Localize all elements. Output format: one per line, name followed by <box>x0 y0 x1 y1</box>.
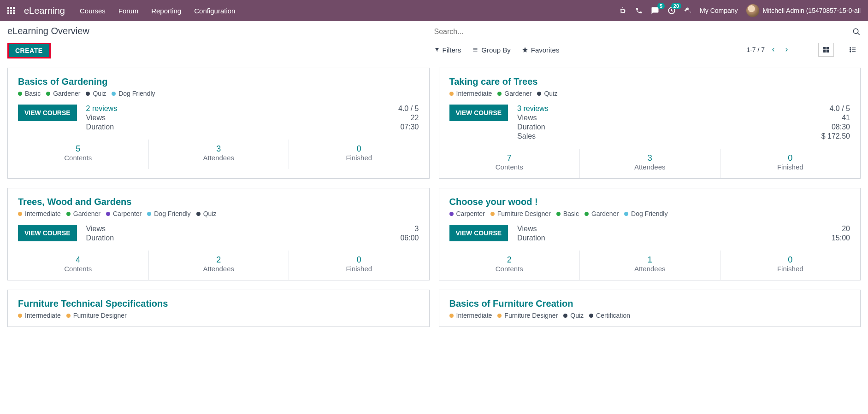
svg-rect-6 <box>827 50 829 52</box>
course-title[interactable]: Choose your wood ! <box>449 197 850 207</box>
search-icon[interactable] <box>852 28 861 36</box>
views-label: Views <box>86 225 114 233</box>
course-tag[interactable]: Certification <box>589 312 630 319</box>
tools-icon[interactable] <box>684 7 691 14</box>
course-tag[interactable]: Furniture Designer <box>66 312 127 319</box>
contents-stat[interactable]: 5Contents <box>8 140 148 169</box>
course-tag[interactable]: Intermediate <box>449 90 492 97</box>
apps-icon[interactable] <box>7 7 16 14</box>
course-card[interactable]: Trees, Wood and GardensIntermediateGarde… <box>7 188 430 280</box>
pager-prev[interactable] <box>769 47 778 53</box>
finished-stat[interactable]: 0Finished <box>720 149 861 178</box>
finished-stat[interactable]: 0Finished <box>289 140 429 169</box>
tag-dot-icon <box>106 212 110 216</box>
duration-label: Duration <box>517 123 549 131</box>
course-card[interactable]: Taking care of TreesIntermediateGardener… <box>439 68 861 179</box>
activities-badge: 20 <box>671 3 681 9</box>
reviews-link[interactable]: 3 reviews <box>517 105 549 113</box>
course-stats: 2 reviews4.0 / 5Views22Duration07:30 <box>86 105 419 131</box>
user-name: Mitchell Admin (15470857-15-0-all <box>763 7 861 14</box>
course-card[interactable]: Furniture Technical SpecificationsInterm… <box>7 290 430 327</box>
course-card[interactable]: Basics of Furniture CreationIntermediate… <box>439 290 861 327</box>
attendees-stat[interactable]: 3Attendees <box>148 140 289 169</box>
messages-icon[interactable]: 5 <box>651 6 659 15</box>
course-card[interactable]: Choose your wood !CarpenterFurniture Des… <box>439 188 861 280</box>
search-input[interactable] <box>434 28 853 36</box>
course-tag[interactable]: Quiz <box>563 312 584 319</box>
course-tag[interactable]: Gardener <box>66 210 100 217</box>
list-view-button[interactable] <box>845 43 861 57</box>
course-title[interactable]: Basics of Furniture Creation <box>449 298 850 309</box>
menu-configuration[interactable]: Configuration <box>194 7 235 15</box>
course-tag[interactable]: Dog Friendly <box>624 210 667 217</box>
course-tag[interactable]: Carpenter <box>106 210 142 217</box>
main-menu: Courses Forum Reporting Configuration <box>80 7 235 15</box>
pager-text[interactable]: 1-7 / 7 <box>746 46 765 53</box>
course-tag[interactable]: Quiz <box>86 90 106 97</box>
course-title[interactable]: Taking care of Trees <box>449 76 850 87</box>
course-tag[interactable]: Furniture Designer <box>497 312 558 319</box>
course-tag[interactable]: Basic <box>18 90 41 97</box>
course-tag[interactable]: Dog Friendly <box>147 210 190 217</box>
course-tag[interactable]: Intermediate <box>18 312 61 319</box>
course-tag[interactable]: Intermediate <box>18 210 61 217</box>
view-course-button[interactable]: VIEW COURSE <box>18 105 77 121</box>
finished-stat[interactable]: 0Finished <box>720 251 861 280</box>
view-course-button[interactable]: VIEW COURSE <box>449 225 508 241</box>
brand-title[interactable]: eLearning <box>24 6 65 16</box>
tag-dot-icon <box>449 314 454 318</box>
reviews-link[interactable]: 2 reviews <box>86 105 118 113</box>
course-tag[interactable]: Quiz <box>537 90 557 97</box>
bug-icon[interactable] <box>619 6 627 15</box>
contents-stat[interactable]: 4Contents <box>8 251 148 280</box>
kanban-view-button[interactable] <box>818 43 834 57</box>
course-tag[interactable]: Gardener <box>585 210 619 217</box>
svg-point-8 <box>850 49 851 50</box>
svg-point-0 <box>621 9 625 13</box>
menu-forum[interactable]: Forum <box>118 7 138 15</box>
attendees-stat[interactable]: 1Attendees <box>579 251 720 280</box>
attendees-stat[interactable]: 2Attendees <box>148 251 289 280</box>
create-button[interactable]: CREATE <box>7 43 51 58</box>
course-card[interactable]: Basics of GardeningBasicGardenerQuizDog … <box>7 68 430 179</box>
view-course-button[interactable]: VIEW COURSE <box>449 105 508 121</box>
course-tag[interactable]: Carpenter <box>449 210 485 217</box>
course-tag[interactable]: Gardener <box>497 90 531 97</box>
attendees-label: Attendees <box>580 265 720 273</box>
tag-label: Quiz <box>93 90 106 97</box>
company-selector[interactable]: My Company <box>700 7 738 14</box>
course-tag[interactable]: Gardener <box>46 90 80 97</box>
course-tag[interactable]: Basic <box>556 210 579 217</box>
course-title[interactable]: Basics of Gardening <box>18 76 419 87</box>
contents-stat[interactable]: 7Contents <box>439 149 580 178</box>
menu-courses[interactable]: Courses <box>80 7 106 15</box>
course-bottom-stats: 7Contents3Attendees0Finished <box>439 149 861 178</box>
pager-next[interactable] <box>782 47 791 53</box>
menu-reporting[interactable]: Reporting <box>151 7 181 15</box>
tag-label: Carpenter <box>113 210 142 217</box>
contents-count: 2 <box>439 255 580 265</box>
attendees-count: 3 <box>149 144 289 154</box>
groupby-button[interactable]: Group By <box>472 46 510 54</box>
activities-icon[interactable]: 20 <box>667 6 676 15</box>
course-tag[interactable]: Furniture Designer <box>490 210 551 217</box>
course-tag[interactable]: Dog Friendly <box>112 90 155 97</box>
contents-stat[interactable]: 2Contents <box>439 251 580 280</box>
finished-stat[interactable]: 0Finished <box>289 251 429 280</box>
views-value: 20 <box>556 225 850 233</box>
course-tag[interactable]: Intermediate <box>449 312 492 319</box>
sales-value: $ 172.50 <box>560 132 850 140</box>
list-view-icon <box>849 46 856 53</box>
tag-label: Furniture Designer <box>73 312 127 319</box>
view-course-button[interactable]: VIEW COURSE <box>18 225 77 241</box>
phone-icon[interactable] <box>635 7 643 14</box>
user-menu[interactable]: Mitchell Admin (15470857-15-0-all <box>746 4 861 17</box>
course-tag[interactable]: Quiz <box>196 210 217 217</box>
favorites-button[interactable]: Favorites <box>522 46 560 54</box>
search-bar[interactable] <box>434 26 861 38</box>
course-title[interactable]: Furniture Technical Specifications <box>18 298 419 309</box>
filters-button[interactable]: Filters <box>434 46 461 54</box>
course-title[interactable]: Trees, Wood and Gardens <box>18 197 419 207</box>
attendees-stat[interactable]: 3Attendees <box>579 149 720 178</box>
course-tags: IntermediateGardenerCarpenterDog Friendl… <box>18 210 419 217</box>
